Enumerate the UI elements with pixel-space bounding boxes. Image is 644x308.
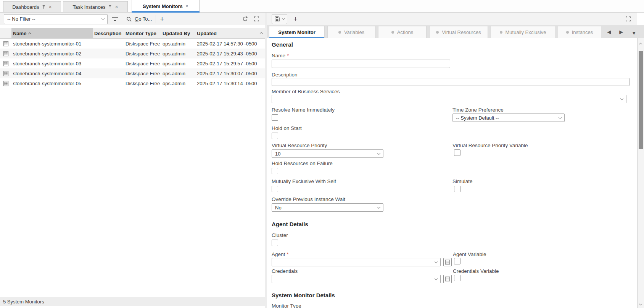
- save-button[interactable]: [272, 14, 287, 24]
- tab-status-dot: [566, 31, 569, 34]
- tab-system-monitors[interactable]: System Monitors ×: [132, 0, 200, 12]
- table-row[interactable]: stonebranch-systemmonitor-01 Diskspace F…: [0, 39, 265, 49]
- detail-tab-instances[interactable]: Instances: [558, 26, 601, 38]
- agent-variable-label: Agent Variable: [453, 251, 486, 257]
- record-icon[interactable]: [0, 71, 11, 76]
- icon-column-header[interactable]: [0, 28, 11, 38]
- time-zone-preference-select[interactable]: -- System Default --: [452, 113, 565, 122]
- table-body: stonebranch-systemmonitor-01 Diskspace F…: [0, 39, 265, 88]
- scrollbar-thumb[interactable]: [639, 51, 643, 149]
- hold-resources-on-failure-checkbox[interactable]: [272, 168, 278, 174]
- credentials-picker-button[interactable]: [443, 275, 452, 283]
- column-header-name[interactable]: Name: [11, 28, 93, 38]
- override-previous-instance-wait-select[interactable]: No: [272, 203, 383, 212]
- chevron-down-icon: [377, 205, 380, 208]
- monitor-type-label: Monitor Type: [272, 303, 301, 308]
- member-of-business-services-combo[interactable]: [272, 95, 626, 103]
- tab-status-dot: [436, 31, 439, 34]
- description-label: Description: [272, 72, 298, 78]
- agent-combo[interactable]: [272, 258, 441, 266]
- virtual-resource-priority-variable-label: Virtual Resource Priority Variable: [452, 143, 528, 148]
- detail-tab-mutually-exclusive[interactable]: Mutually Exclusive: [491, 26, 555, 38]
- agent-variable-checkbox[interactable]: [454, 258, 460, 264]
- toolbar-divider: [122, 15, 122, 23]
- table-row[interactable]: stonebranch-systemmonitor-05 Diskspace F…: [0, 78, 265, 88]
- virtual-resource-priority-variable-checkbox[interactable]: [454, 149, 460, 156]
- scroll-down-icon[interactable]: [639, 302, 642, 305]
- record-icon[interactable]: [0, 81, 11, 86]
- record-icon[interactable]: [0, 41, 11, 47]
- column-header-monitor-type[interactable]: Monitor Type: [124, 28, 161, 38]
- close-icon[interactable]: ×: [48, 4, 52, 10]
- credentials-combo[interactable]: [272, 275, 441, 283]
- chevron-down-icon: [435, 260, 438, 263]
- section-title-agent-details: Agent Details: [272, 221, 308, 227]
- detail-tab-actions[interactable]: Actions: [378, 26, 427, 38]
- virtual-resource-priority-select[interactable]: 10: [272, 149, 383, 158]
- description-input[interactable]: [272, 78, 630, 86]
- record-count: 5 System Monitors: [3, 299, 44, 305]
- member-of-business-services-label: Member of Business Services: [272, 89, 340, 94]
- mutually-exclusive-with-self-checkbox[interactable]: [272, 186, 278, 192]
- chevron-down-icon[interactable]: [282, 17, 285, 20]
- cluster-label: Cluster: [272, 232, 288, 238]
- override-previous-instance-wait-label: Override Previous Instance Wait: [272, 196, 345, 202]
- pin-icon[interactable]: [108, 5, 112, 9]
- resolve-name-immediately-label: Resolve Name Immediately: [272, 107, 335, 113]
- close-icon[interactable]: ×: [115, 4, 118, 10]
- filter-select-value: -- No Filter --: [7, 16, 35, 22]
- virtual-resource-priority-label: Virtual Resource Priority: [272, 143, 327, 148]
- resolve-name-immediately-checkbox[interactable]: [272, 114, 278, 121]
- goto-button[interactable]: Go To...: [135, 16, 152, 22]
- filter-icon[interactable]: [112, 17, 118, 21]
- credentials-variable-checkbox[interactable]: [454, 275, 460, 281]
- system-monitors-list: Name Description Monitor Type Updated By…: [0, 25, 265, 308]
- filter-select[interactable]: -- No Filter --: [4, 14, 108, 24]
- status-bar: 5 System Monitors: [0, 297, 265, 306]
- tab-scroll-left-icon[interactable]: ◀: [607, 29, 611, 35]
- refresh-icon[interactable]: [242, 16, 248, 22]
- column-header-updated-by[interactable]: Updated By: [161, 28, 195, 38]
- column-header-description[interactable]: Description: [93, 28, 124, 38]
- detail-panel: System Monitor Variables Actions Virtual…: [267, 25, 644, 308]
- detail-tab-virtual-resources[interactable]: Virtual Resources: [429, 26, 488, 38]
- tab-label: Dashboards: [12, 4, 39, 10]
- expand-detail-icon[interactable]: [625, 16, 631, 22]
- table-row[interactable]: stonebranch-systemmonitor-04 Diskspace F…: [0, 68, 265, 78]
- table-row[interactable]: stonebranch-systemmonitor-03 Diskspace F…: [0, 58, 265, 68]
- mutually-exclusive-with-self-label: Mutually Exclusive With Self: [272, 178, 336, 184]
- simulate-label: Simulate: [452, 178, 473, 184]
- tab-overflow-icon[interactable]: ▼: [631, 30, 636, 36]
- detail-tab-system-monitor[interactable]: System Monitor: [269, 26, 325, 38]
- scroll-up-icon[interactable]: [639, 43, 642, 46]
- tab-dashboards[interactable]: Dashboards ×: [3, 1, 61, 12]
- search-icon[interactable]: [126, 16, 132, 22]
- tab-task-instances[interactable]: Task Instances ×: [63, 1, 128, 12]
- agent-picker-button[interactable]: [443, 258, 452, 266]
- record-icon[interactable]: [0, 51, 11, 57]
- detail-tab-variables[interactable]: Variables: [327, 26, 375, 38]
- hold-on-start-checkbox[interactable]: [272, 133, 278, 139]
- chevron-down-icon: [620, 97, 623, 100]
- save-icon: [274, 16, 280, 22]
- hold-on-start-label: Hold on Start: [272, 125, 302, 131]
- column-header-updated[interactable]: Updated: [195, 28, 265, 38]
- hold-resources-on-failure-label: Hold Resources on Failure: [272, 160, 333, 166]
- add-button[interactable]: +: [160, 15, 164, 23]
- close-icon[interactable]: ×: [185, 3, 188, 9]
- name-input[interactable]: [272, 60, 450, 68]
- sort-asc-icon: [28, 32, 31, 35]
- cluster-checkbox[interactable]: [272, 240, 278, 246]
- tab-label: Task Instances: [72, 4, 105, 10]
- add-record-button[interactable]: +: [293, 15, 298, 23]
- simulate-checkbox[interactable]: [454, 186, 460, 192]
- vertical-scrollbar[interactable]: [637, 38, 644, 308]
- tab-status-dot: [391, 31, 394, 34]
- chevron-down-icon: [101, 17, 105, 20]
- detail-toolbar: +: [267, 13, 637, 25]
- record-icon[interactable]: [0, 61, 11, 66]
- expand-icon[interactable]: [254, 16, 259, 22]
- pin-icon[interactable]: [42, 5, 46, 9]
- table-row[interactable]: stonebranch-systemmonitor-02 Diskspace F…: [0, 49, 265, 58]
- tab-scroll-right-icon[interactable]: ▶: [619, 29, 623, 35]
